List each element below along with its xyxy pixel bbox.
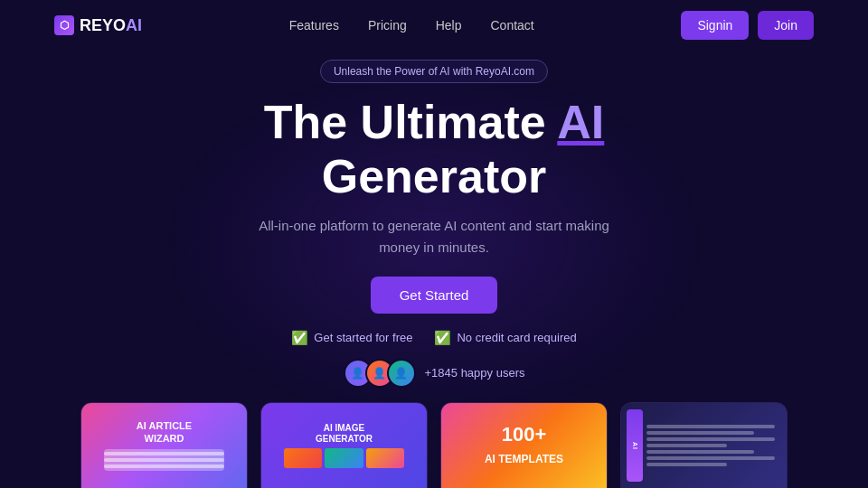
card-thumb-article: AI ARTICLEWIZARD: [81, 403, 247, 488]
assist-line-1: [646, 425, 775, 428]
main-nav: Features Pricing Help Contact: [289, 18, 534, 33]
logo-icon: ⬡: [54, 15, 74, 35]
assist-line-7: [646, 463, 727, 466]
logo: ⬡ REYOAI: [54, 15, 142, 35]
signin-button[interactable]: Signin: [681, 11, 749, 40]
card-image-generator[interactable]: AI IMAGEGENERATOR AI Image Generator Unl…: [260, 402, 428, 488]
thumb-line-1: [104, 452, 225, 455]
hero-section: Unleash the Power of AI with ReyoAI.com …: [0, 51, 868, 388]
assist-line-5: [646, 450, 754, 454]
thumb-img-1: [284, 448, 323, 468]
card-ai-assistant[interactable]: AI AI Assistant Effortlessly edit existi…: [620, 402, 788, 488]
hero-title-line2: Generator: [322, 150, 547, 202]
nav-contact[interactable]: Contact: [491, 18, 534, 33]
thumb-line-2: [104, 458, 225, 462]
assist-line-2: [646, 431, 754, 435]
hero-title: The Ultimate AI Generator: [264, 96, 605, 204]
check-no-card: ✅ No credit card required: [434, 330, 576, 346]
hero-badge: Unleash the Power of AI with ReyoAI.com: [320, 60, 548, 83]
hero-subtitle: All-in-one platform to generate AI conte…: [253, 215, 615, 258]
check-no-card-label: No credit card required: [457, 331, 576, 344]
check-free-label: Get started for free: [314, 331, 412, 344]
check-icon-1: ✅: [291, 330, 308, 346]
feature-cards: AI ARTICLEWIZARD AI Article Wizard Gener…: [0, 388, 868, 488]
assistant-content-lines: [646, 425, 781, 466]
join-button[interactable]: Join: [758, 11, 814, 40]
hero-title-line1: The Ultimate AI: [264, 96, 605, 148]
hero-ai-word: AI: [557, 96, 604, 148]
hero-checks: ✅ Get started for free ✅ No credit card …: [291, 330, 576, 346]
thumb-title-image: AI IMAGEGENERATOR: [316, 423, 373, 445]
avatar-group: 👤 👤 👤: [344, 359, 416, 388]
card-thumb-writer: 100+AI TEMPLATES: [441, 403, 607, 488]
card-ai-writer[interactable]: 100+AI TEMPLATES AI Writer Create your c…: [440, 402, 608, 488]
thumb-big-text-writer: 100+AI TEMPLATES: [485, 424, 563, 467]
card-article-wizard[interactable]: AI ARTICLEWIZARD AI Article Wizard Gener…: [80, 402, 248, 488]
thumb-lines-article: [104, 449, 225, 471]
assist-line-3: [646, 437, 775, 441]
users-count: +1845 happy users: [425, 366, 525, 380]
hero-users: 👤 👤 👤 +1845 happy users: [344, 359, 525, 388]
header-buttons: Signin Join: [681, 11, 814, 40]
thumb-img-3: [366, 448, 405, 468]
thumb-images: [284, 448, 405, 468]
check-icon-2: ✅: [434, 330, 451, 346]
assist-line-6: [646, 456, 775, 460]
card-thumb-image: AI IMAGEGENERATOR: [261, 403, 427, 488]
thumb-title-article: AI ARTICLEWIZARD: [137, 420, 192, 444]
header: ⬡ REYOAI Features Pricing Help Contact S…: [0, 0, 868, 51]
nav-pricing[interactable]: Pricing: [368, 18, 407, 33]
thumb-img-2: [325, 448, 363, 468]
thumb-line-3: [104, 465, 225, 468]
nav-features[interactable]: Features: [289, 18, 339, 33]
assist-line-4: [646, 444, 727, 447]
avatar-3: 👤: [387, 359, 416, 388]
check-free: ✅ Get started for free: [291, 330, 412, 346]
nav-help[interactable]: Help: [436, 18, 462, 33]
get-started-button[interactable]: Get Started: [371, 277, 498, 314]
brand-name: REYOAI: [80, 16, 142, 35]
assistant-sidebar-label: AI: [627, 409, 643, 482]
card-thumb-assistant: AI: [621, 403, 787, 488]
